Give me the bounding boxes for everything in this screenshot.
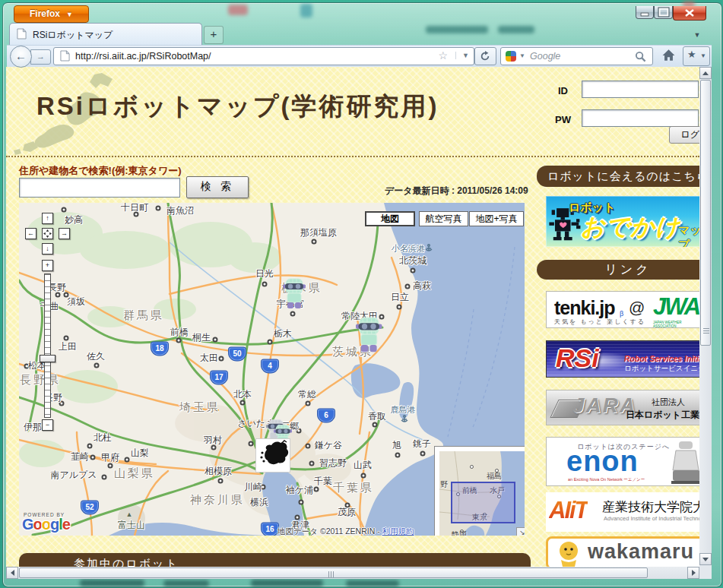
forward-button[interactable]: → [30,49,51,65]
zoom-slider-track[interactable] [44,273,51,418]
aiit-banner[interactable]: AIiT 産業技術大学院大学 Advanced Institute of Ind… [546,492,699,532]
minimap-resize-icon[interactable]: ↘ [516,527,525,536]
map-type-2[interactable]: 航空写真 [419,211,468,226]
minimap-dot [470,465,474,469]
city-dot [405,284,411,289]
map-canvas[interactable]: 妙高十日町南魚沼那須塩原小名浜港北茨城高萩日立常陸太田栃木県宇都宮日光群馬県前橋… [19,203,525,536]
pan-right-button[interactable]: → [59,228,70,239]
jara-banner[interactable]: JARA 社団法人 日本ロボット工業会 [546,390,699,425]
enon-banner[interactable]: ロボットは次のステージへ enon an Exciting Nova On Ne… [546,437,699,486]
wakamaru-banner[interactable]: wakamaru [546,536,699,567]
thumb-grip [703,328,709,334]
route-shield: 50 [229,348,246,361]
route-shield: 4 [262,360,278,373]
google-logo-letter: G [22,516,33,533]
back-button[interactable]: ← [10,46,32,68]
pan-center-button[interactable] [42,228,53,239]
map-label: 南アルプス [50,469,97,482]
pw-field[interactable] [582,109,699,127]
pan-center-icon [43,229,52,238]
home-button[interactable] [657,46,680,65]
city-dot [420,451,426,457]
zoom-in-button[interactable]: + [42,260,53,271]
city-dot [176,338,182,343]
map-type-3[interactable]: 地図+写真 [469,211,524,226]
id-field[interactable] [582,81,699,98]
city-dot [411,268,416,273]
search-icon[interactable] [635,51,646,62]
city-dot [306,401,311,406]
city-dot [240,400,246,406]
tenki-jwa-banner[interactable]: tenki.jp β @ JWA 天気を もっと 楽しくする JAPAN WEA… [546,291,699,328]
pan-up-button[interactable]: ↑ [42,213,53,224]
screen: Firefox▼ RSiロボットマップ + ▼ ← → http://rsi.a… [0,0,723,588]
scroll-up-button[interactable] [699,67,712,79]
odekake-map-banner[interactable]: ロボット おでかけ マップ [546,196,699,247]
new-tab-button[interactable]: + [204,26,224,44]
tab-title: RSiロボットマップ [33,29,113,42]
robot-marker[interactable] [356,316,382,358]
city-dot [312,239,317,245]
maximize-button[interactable] [654,6,673,19]
google-logo-letter: o [42,516,50,533]
rsi-logo: RSi [556,343,599,373]
address-search-label: 住所や建物名で検索!(例:東京タワー) [19,164,182,178]
engine-dropdown-icon[interactable]: ▼ [519,52,525,59]
rsi-banner[interactable]: RSi Robot Services Initiative ロボットサービスイニ… [546,340,699,378]
robot-marker[interactable] [283,277,306,314]
terms-link[interactable]: 利用規約 [382,526,414,536]
address-search-input[interactable] [19,178,180,198]
city-dot [395,453,401,458]
maximize-icon [658,8,668,17]
tenki-tagline: 天気を もっと 楽しくする [554,318,645,326]
map-label: 袖ケ浦 [286,484,313,497]
map-label: 日光 [255,267,274,280]
page-icon [60,50,70,62]
reload-button[interactable] [474,47,496,65]
horizontal-scroll-thumb[interactable] [19,567,648,578]
close-icon [685,9,694,17]
zoom-out-button[interactable]: − [42,419,53,431]
url-bar[interactable]: http://rsi.aiit.ac.jp/RSiRobotMap/ ☆ ▼ [53,47,474,65]
rsi-line2: ロボットサービスイニシアチブ [624,364,699,374]
minimize-button[interactable] [636,6,654,19]
tab-list-dropdown[interactable]: ▼ [690,29,704,41]
scroll-right-button[interactable] [687,567,699,579]
image-marker[interactable] [255,438,290,473]
address-search-button[interactable]: 検 索 [186,176,249,198]
bookmarks-button[interactable]: ★ ▼ [683,46,710,66]
map-label: 佐久 [87,350,105,363]
desktop-artifact [163,580,209,586]
city-dot [213,337,218,343]
login-button[interactable]: ログイン [669,126,699,144]
close-button[interactable] [673,6,706,21]
desktop-artifact [80,580,144,586]
tab-rsi-robot-map[interactable]: RSiロボットマップ [9,23,202,46]
firefox-menu-button[interactable]: Firefox▼ [14,5,89,23]
search-box[interactable]: ▼ Google [500,47,653,65]
map-label: 神奈川県 [190,493,245,507]
jara-line2: 日本ロボット工業会 [626,409,699,422]
map-label: 南魚沼 [166,204,194,217]
google-engine-icon[interactable] [506,51,516,62]
city-dot [306,444,311,449]
url-dropdown-icon[interactable]: ▼ [455,52,469,59]
vertical-scroll-thumb[interactable] [700,80,711,346]
map-label: 川崎 [244,481,262,494]
desktop-artifact [300,4,312,17]
odekake-word3: マップ [678,223,699,247]
aiit-logo: AIiT [549,497,588,524]
zoom-slider-handle[interactable] [40,355,55,362]
minimap-viewport-rect[interactable] [451,482,515,523]
wakamaru-mascot-icon [556,540,582,567]
scroll-left-button[interactable] [6,567,18,579]
scroll-down-button[interactable] [699,553,712,565]
overview-minimap[interactable]: 福島前橋水戸東京静岡野 ↘ [435,447,525,536]
map-label: 須坂 [67,296,85,308]
star-icon: ★ [687,49,696,60]
map-type-1[interactable]: 地図 [365,211,415,226]
bookmark-star-icon[interactable]: ☆ [438,49,448,62]
chevron-down-icon: ▼ [66,11,73,18]
pan-down-button[interactable]: ↓ [42,243,53,254]
pan-left-button[interactable]: ← [25,228,36,239]
